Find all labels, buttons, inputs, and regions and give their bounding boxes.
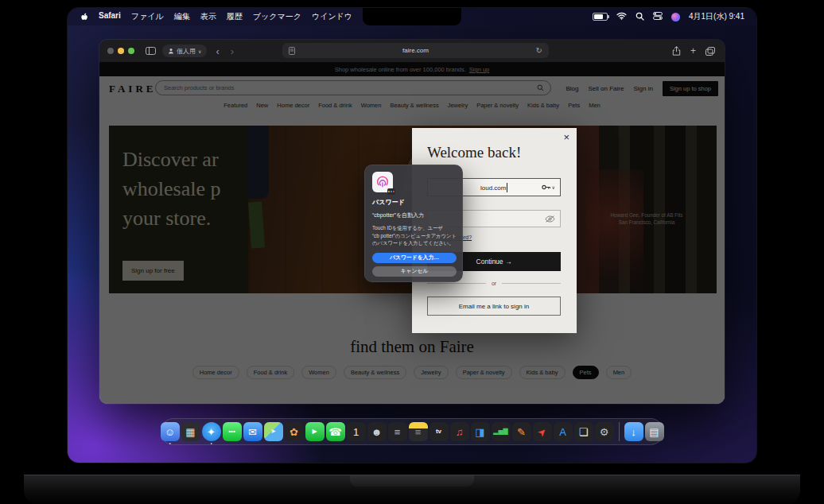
notes-dock-icon[interactable]: ≡ (409, 422, 428, 441)
system-settings-dock-icon[interactable]: ⚙ (595, 422, 614, 441)
url-text: faire.com (402, 47, 429, 54)
person-icon (168, 48, 174, 54)
eye-slash-icon[interactable] (545, 215, 555, 223)
app-store-glyph: A (559, 427, 566, 437)
sidebar-icon[interactable] (146, 47, 156, 55)
toolbar-right: + (672, 46, 715, 56)
messages-glyph: ••• (228, 428, 235, 435)
notes-glyph: ≡ (415, 427, 422, 437)
lid-notch (350, 475, 474, 487)
dialog-autofill-text: “cbpotter”を自動入力 (372, 211, 457, 219)
reminders-glyph: ≡ (395, 427, 401, 437)
safari-running-dot (210, 443, 212, 445)
new-tab-icon[interactable]: + (690, 46, 696, 56)
reload-icon[interactable]: ↻ (536, 46, 542, 55)
menu-bar-left: Safariファイル編集表示履歴ブックマークウインドウヘルプ (80, 11, 387, 22)
laptop-base (24, 475, 800, 504)
address-bar[interactable]: faire.com ↻ (282, 43, 549, 58)
chevron-down-icon: ∨ (198, 48, 201, 54)
rocket-dock-icon[interactable]: ➤ (533, 422, 552, 441)
maps-dock-icon[interactable]: ➤ (264, 422, 283, 441)
copy-docs-glyph: ❏ (579, 427, 589, 437)
menu-bar-clock[interactable]: 4月1日(水) 9:41 (689, 11, 744, 22)
copy-docs-dock-icon[interactable]: ❏ (574, 422, 593, 441)
maps-glyph: ➤ (270, 428, 276, 435)
phone-glyph: ☎ (328, 427, 341, 437)
text-cursor (507, 183, 507, 192)
page-settings-icon[interactable] (289, 47, 295, 55)
finder-glyph: ☺ (165, 427, 175, 437)
facetime-dock-icon[interactable]: ▶ (305, 422, 325, 441)
menu-item-item-2[interactable]: 編集 (174, 11, 190, 22)
camera-notch (363, 8, 461, 25)
phone-dock-icon[interactable]: ☎ (326, 422, 345, 441)
control-center-icon[interactable] (653, 12, 663, 21)
cancel-button[interactable]: キャンセル (372, 266, 457, 277)
dock-separator (619, 422, 620, 441)
menu-item-item-1[interactable]: ファイル (131, 11, 164, 22)
battery-icon[interactable] (593, 13, 608, 21)
finder-dock-icon[interactable]: ☺ (161, 422, 180, 441)
calendar-dock-icon[interactable]: 1 (347, 422, 366, 441)
contacts-glyph: ☻ (371, 427, 383, 437)
trash-dock-icon[interactable]: ▤ (645, 422, 664, 441)
numbers-glyph: ▂▅▇ (493, 428, 507, 435)
forward-button[interactable]: › (228, 46, 236, 56)
modal-title: Welcome back! (427, 144, 521, 161)
menu-item-item-3[interactable]: 表示 (200, 11, 216, 22)
finder-running-dot (169, 443, 171, 445)
contacts-dock-icon[interactable]: ☻ (367, 422, 387, 441)
pages-dock-icon[interactable]: ✎ (512, 422, 531, 441)
search-icon[interactable] (635, 12, 644, 22)
photos-glyph: ✿ (290, 427, 298, 437)
tab-overview-icon[interactable] (705, 47, 715, 56)
keynote-glyph: ◨ (475, 427, 484, 437)
reminders-dock-icon[interactable]: ≡ (388, 422, 407, 441)
apple-tv-glyph: tv (436, 428, 441, 435)
wifi-icon[interactable] (616, 12, 627, 21)
touch-id-icon (372, 172, 393, 192)
launchpad-dock-icon[interactable]: ▦ (181, 422, 200, 441)
minimize-window-button[interactable] (118, 48, 124, 54)
launchpad-glyph: ▦ (185, 427, 195, 437)
fingerprint-icon (375, 175, 390, 189)
macbook-frame: Safariファイル編集表示履歴ブックマークウインドウヘルプ (0, 0, 824, 504)
menu-items: Safariファイル編集表示履歴ブックマークウインドウヘルプ (99, 11, 387, 22)
apple-tv-dock-icon[interactable]: tv (429, 422, 449, 441)
zoom-window-button[interactable] (128, 48, 134, 54)
menu-item-item-4[interactable]: 履歴 (227, 11, 243, 22)
siri-icon[interactable] (671, 13, 680, 21)
profile-label: 個人用 (177, 47, 196, 56)
menu-item-item-5[interactable]: ブックマーク (253, 11, 301, 22)
photos-dock-icon[interactable]: ✿ (285, 422, 304, 441)
menu-item-safari[interactable]: Safari (99, 11, 121, 22)
share-icon[interactable] (672, 46, 681, 56)
safari-dock-icon[interactable]: ✦ (202, 422, 221, 441)
mail-glyph: ✉ (248, 427, 257, 437)
menu-item-item-6[interactable]: ウインドウ (312, 11, 352, 22)
music-dock-icon[interactable]: ♫ (450, 422, 469, 441)
safari-glyph: ✦ (207, 427, 216, 437)
pages-glyph: ✎ (517, 427, 526, 437)
close-icon[interactable]: × (563, 132, 569, 142)
apple-menu-icon[interactable] (80, 12, 88, 21)
keynote-dock-icon[interactable]: ◨ (471, 422, 490, 441)
dialog-title: パスワード (372, 198, 457, 207)
close-window-button[interactable] (107, 48, 114, 54)
app-store-dock-icon[interactable]: A (554, 422, 573, 441)
downloads-dock-icon[interactable]: ↓ (624, 422, 643, 441)
menu-bar-status: 4月1日(水) 9:41 (593, 11, 744, 22)
mail-dock-icon[interactable]: ✉ (243, 422, 262, 441)
messages-dock-icon[interactable]: ••• (223, 422, 242, 441)
enter-password-button[interactable]: パスワードを入力… (372, 253, 457, 263)
numbers-dock-icon[interactable]: ▂▅▇ (492, 422, 511, 441)
passwords-key-icon[interactable]: ∨ (542, 184, 555, 191)
profile-button[interactable]: 個人用 ∨ (162, 45, 207, 57)
back-button[interactable]: ‹ (213, 46, 221, 56)
email-link-button[interactable]: Email me a link to sign in (427, 297, 561, 316)
downloads-glyph: ↓ (631, 427, 636, 437)
facetime-glyph: ▶ (312, 428, 317, 435)
calendar-glyph: 1 (353, 427, 359, 437)
touch-id-dialog: パスワード “cbpotter”を自動入力 Touch IDを使用するか、ユーザ… (364, 165, 463, 282)
dialog-body-text: Touch IDを使用するか、ユーザ “cb potter”のコンピュータアカウ… (372, 224, 457, 247)
